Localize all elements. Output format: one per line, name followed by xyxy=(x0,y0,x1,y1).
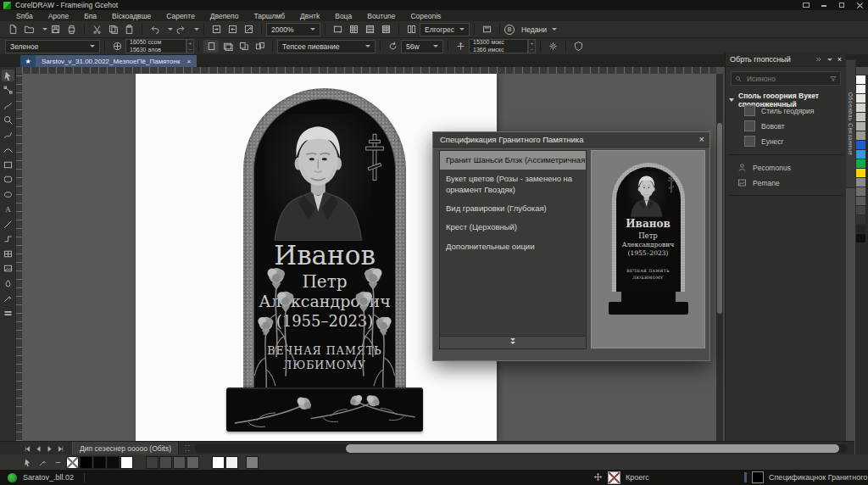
export-icon[interactable] xyxy=(225,23,240,36)
fullscreen-preview-icon[interactable] xyxy=(330,23,345,36)
size-spinner[interactable]: +− xyxy=(528,39,536,53)
view-normal-icon[interactable] xyxy=(362,23,377,36)
palette-swatch[interactable] xyxy=(856,169,865,177)
next-page-icon[interactable] xyxy=(45,444,54,454)
current-page-icon[interactable] xyxy=(252,40,267,53)
text-tool[interactable]: A xyxy=(2,203,14,215)
dash-icon[interactable] xyxy=(51,456,64,468)
resize-grip-icon[interactable]: ⁚⁚ xyxy=(185,445,191,453)
palette-swatch[interactable] xyxy=(856,197,865,205)
ellipse-tool[interactable] xyxy=(2,188,14,200)
eyedropper-tool[interactable] xyxy=(2,293,14,304)
nudge-icon[interactable] xyxy=(453,40,468,53)
units-select[interactable]: Тепсее пиевание xyxy=(277,40,376,53)
window-panel-icon[interactable] xyxy=(802,1,810,9)
palette-swatch[interactable] xyxy=(856,94,865,103)
welcome-tab[interactable]: ★ xyxy=(20,55,36,67)
image-tool[interactable] xyxy=(2,263,14,275)
freehand-tool[interactable] xyxy=(2,129,14,141)
docker-search-box[interactable] xyxy=(731,71,841,86)
rotate-icon[interactable] xyxy=(385,40,400,53)
all-pages-icon[interactable] xyxy=(236,40,251,53)
columns-icon[interactable] xyxy=(403,23,419,36)
save-icon[interactable] xyxy=(47,23,63,36)
menu-effects[interactable]: Двепепо xyxy=(203,12,247,20)
expand-triangle-icon[interactable] xyxy=(729,98,734,102)
import-icon[interactable] xyxy=(209,23,224,36)
shape-tool[interactable] xyxy=(2,85,14,97)
list-item-cross[interactable]: Крест (Церховный) xyxy=(440,218,586,237)
print-icon[interactable] xyxy=(64,23,79,36)
list-item-options[interactable]: Дополнительные оиции xyxy=(440,237,586,256)
palette-swatch[interactable] xyxy=(856,225,865,233)
horizontal-scrollbar[interactable] xyxy=(195,444,848,453)
palette-swatch[interactable] xyxy=(80,456,92,469)
export-dropdown[interactable]: Елгогрес xyxy=(420,23,470,36)
cursor-icon[interactable] xyxy=(20,456,34,468)
menu-table[interactable]: Воца xyxy=(327,12,359,20)
zoom-level-select[interactable]: 2000% xyxy=(266,23,320,36)
settings-gear-icon[interactable] xyxy=(545,40,560,53)
palette-swatch[interactable] xyxy=(212,456,225,469)
launch-dropdown[interactable]: Недани xyxy=(517,24,561,36)
pick-tool[interactable] xyxy=(2,70,14,81)
palette-swatch[interactable] xyxy=(856,103,865,112)
new-icon[interactable] xyxy=(5,23,20,36)
artistic-media-tool[interactable] xyxy=(2,144,14,156)
position-lock-icon[interactable] xyxy=(109,40,125,53)
no-color-swatch[interactable] xyxy=(66,456,79,469)
maximize-icon[interactable] xyxy=(837,1,846,9)
eyedropper-icon[interactable] xyxy=(36,456,49,468)
preset-select[interactable]: Зеленое xyxy=(5,40,100,53)
docker-item-pemane[interactable]: Pemane xyxy=(737,178,843,187)
fill-tool[interactable] xyxy=(2,277,14,289)
palette-swatch[interactable] xyxy=(93,456,106,469)
first-page-icon[interactable] xyxy=(23,444,32,454)
list-item-bouquet[interactable]: Букет цветов (Розы - заменено на орнамен… xyxy=(440,170,586,199)
palette-swatch[interactable] xyxy=(856,75,865,84)
palette-swatch[interactable] xyxy=(856,113,865,121)
monument-base[interactable] xyxy=(226,387,423,432)
palette-swatch[interactable] xyxy=(186,456,199,469)
horizontal-scrollbar-thumb[interactable] xyxy=(346,444,839,453)
angle-field[interactable]: 56w xyxy=(401,40,443,53)
filter-funnel-icon[interactable] xyxy=(830,75,837,82)
cut-icon[interactable] xyxy=(89,23,104,36)
palette-swatch[interactable] xyxy=(856,131,865,140)
table-tool[interactable] xyxy=(2,248,14,259)
menu-layout[interactable]: Віскоадвше xyxy=(104,12,159,20)
palette-swatch[interactable] xyxy=(856,159,865,168)
page-portrait-icon[interactable] xyxy=(203,40,219,53)
position-fields[interactable]: 16050 ссом 15630 алов xyxy=(125,39,186,53)
line-tool[interactable] xyxy=(2,218,14,230)
palette-swatch[interactable] xyxy=(856,150,865,159)
outline-tool[interactable] xyxy=(2,307,14,319)
open-icon[interactable] xyxy=(21,23,36,36)
vertical-scrollbar-thumb[interactable] xyxy=(717,123,722,314)
palette-swatch[interactable] xyxy=(120,456,133,469)
pdf-icon[interactable] xyxy=(241,23,256,36)
monument-stele[interactable]: Иванов Петр Александрович (1955–2023) ВЕ… xyxy=(243,88,406,387)
frame-icon[interactable] xyxy=(479,23,494,36)
palette-swatch[interactable] xyxy=(107,456,120,469)
palette-swatch[interactable] xyxy=(856,187,865,196)
palette-swatch[interactable] xyxy=(856,85,865,93)
copy-icon[interactable] xyxy=(105,23,120,36)
undo-icon[interactable] xyxy=(147,23,162,36)
view-simple-icon[interactable] xyxy=(346,23,361,36)
rounded-rectangle-tool[interactable] xyxy=(2,174,14,186)
horizontal-ruler[interactable] xyxy=(22,67,716,74)
size-fields[interactable]: 15300 мокс 1366 имскс xyxy=(469,39,528,53)
palette-swatch[interactable] xyxy=(856,206,865,215)
redo-icon[interactable] xyxy=(173,23,188,36)
dialog-close-icon[interactable]: × xyxy=(699,134,704,144)
view-enhanced-icon[interactable] xyxy=(378,23,393,36)
docker-flyout-icon[interactable] xyxy=(827,59,832,61)
close-icon[interactable] xyxy=(855,1,864,9)
menu-view[interactable]: Бпа xyxy=(76,12,104,20)
shield-icon[interactable] xyxy=(570,40,586,53)
document-tab[interactable]: Sarstov_v_31.00.2022_МезпоеГlё_Памятонк … xyxy=(36,55,197,67)
no-fill-swatch[interactable] xyxy=(608,471,620,484)
docker-item-vovot[interactable]: Вововт xyxy=(744,120,843,131)
zoom-tool[interactable] xyxy=(2,114,14,126)
